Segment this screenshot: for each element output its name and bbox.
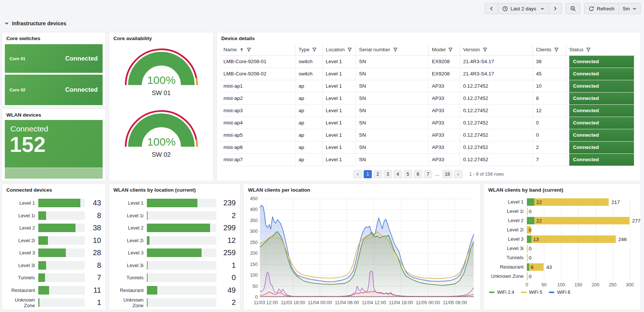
pagination-page-18[interactable]: 18 bbox=[442, 170, 452, 178]
table-cell: Level 1 bbox=[322, 153, 356, 166]
bar-label: Level 1 bbox=[113, 200, 147, 206]
pagination: ‹1234567…18›1 - 9 of 156 rows bbox=[220, 170, 637, 178]
bar-row-level-3i: Level 3i8 bbox=[6, 259, 101, 272]
bar-row-level-2i: Level 2i12 bbox=[113, 234, 236, 247]
filter-icon[interactable] bbox=[554, 47, 559, 52]
band-value-label: 0 bbox=[529, 227, 532, 233]
clock-icon bbox=[502, 6, 508, 12]
panel-title[interactable]: Core switches bbox=[2, 32, 106, 43]
column-header-location[interactable]: Location bbox=[322, 44, 356, 55]
status-cell: Connected bbox=[566, 117, 637, 129]
axis-tick-label: 150 bbox=[574, 282, 582, 287]
pagination-prev-button[interactable]: ‹ bbox=[354, 170, 362, 178]
svg-text:11/05 06:00: 11/05 06:00 bbox=[443, 300, 467, 305]
device-table: NameTypeLocationSerial numberModelVersio… bbox=[220, 44, 637, 166]
wlan-by-location-chart: Level 1239Level 1i2Level 2299Level 2i12L… bbox=[109, 195, 240, 311]
zoom-out-button[interactable] bbox=[566, 3, 580, 14]
gauge-label: SW 02 bbox=[152, 151, 171, 159]
availability-gauges: 100%SW 01100%SW 02 bbox=[109, 43, 213, 159]
column-header-serial-number[interactable]: Serial number bbox=[356, 44, 429, 55]
table-cell: Level 1 bbox=[322, 117, 356, 129]
table-cell: mist-ap7 bbox=[220, 153, 296, 166]
table-cell: AP33 bbox=[429, 153, 460, 166]
column-header-version[interactable]: Version bbox=[460, 44, 533, 55]
time-shift-back-button[interactable] bbox=[485, 3, 498, 14]
pagination-page-5[interactable]: 5 bbox=[404, 170, 412, 178]
band-label: Level 3i bbox=[488, 246, 527, 251]
status-badge: Connected bbox=[569, 129, 634, 141]
table-cell: 21.4R3-S4.17 bbox=[460, 68, 533, 80]
table-row: LMB-Core-9208-02switchLevel 1SNEX920821.… bbox=[220, 68, 637, 80]
table-cell: ap bbox=[296, 141, 323, 153]
panel-title[interactable]: Connected devices bbox=[2, 184, 106, 195]
bar-fill bbox=[38, 224, 75, 232]
refresh-button[interactable]: Refresh bbox=[584, 3, 619, 14]
panel-title[interactable]: WLAN clients by band (current) bbox=[484, 184, 641, 195]
table-cell: ap bbox=[296, 104, 323, 117]
filter-icon[interactable] bbox=[312, 47, 317, 52]
time-shift-forward-button[interactable] bbox=[548, 3, 562, 14]
band-label: Level 1 bbox=[488, 199, 527, 205]
pagination-page-6[interactable]: 6 bbox=[414, 170, 422, 178]
wlan-by-band-chart: Level 122217Level 1i0Level 222277Level 2… bbox=[484, 195, 641, 295]
panel-title[interactable]: WLAN clients per location bbox=[244, 184, 480, 195]
table-cell: AP33 bbox=[429, 129, 460, 141]
filter-icon[interactable] bbox=[483, 47, 487, 52]
table-cell: mist-ap5 bbox=[220, 129, 296, 141]
bar-value: 38 bbox=[85, 224, 101, 232]
panel-title[interactable]: WLAN devices bbox=[2, 109, 106, 120]
pagination-page-1[interactable]: 1 bbox=[364, 170, 372, 178]
pagination-next-button[interactable]: › bbox=[454, 170, 462, 178]
legend-item-wifi-5[interactable]: WiFi 5 bbox=[521, 290, 542, 295]
refresh-icon bbox=[589, 6, 594, 12]
panel-title[interactable]: Device details bbox=[217, 32, 641, 43]
column-header-status[interactable]: Status bbox=[566, 44, 637, 55]
refresh-interval-button[interactable]: 5m bbox=[618, 3, 641, 14]
legend-item-wifi-2-4[interactable]: WiFi 2.4 bbox=[489, 290, 514, 295]
pagination-page-4[interactable]: 4 bbox=[394, 170, 402, 178]
column-header-type[interactable]: Type bbox=[296, 44, 323, 55]
panel-title[interactable]: WLAN clients by location (current) bbox=[109, 184, 240, 195]
section-row-infrastructure-devices[interactable]: Infrastructure devices bbox=[4, 20, 66, 26]
column-label: Model bbox=[432, 47, 445, 52]
stat-value: 152 bbox=[5, 133, 103, 156]
table-cell: LMB-Core-9208-01 bbox=[220, 55, 296, 68]
filter-icon[interactable] bbox=[247, 47, 251, 52]
filter-icon[interactable] bbox=[586, 47, 591, 52]
legend-item-wifi-6[interactable]: WiFi 6 bbox=[549, 290, 570, 295]
svg-text:50: 50 bbox=[252, 284, 258, 289]
table-cell: 2 bbox=[533, 141, 566, 153]
svg-text:200: 200 bbox=[250, 251, 258, 256]
bar-fill bbox=[147, 199, 197, 207]
gauge-sw-2: 100%SW 02 bbox=[124, 108, 199, 159]
pagination-page-7[interactable]: 7 bbox=[424, 170, 432, 178]
table-cell: mist-ap2 bbox=[220, 92, 296, 104]
bar-value: 43 bbox=[85, 199, 101, 207]
column-header-clients[interactable]: Clients bbox=[533, 44, 566, 55]
table-cell: 10 bbox=[533, 80, 566, 92]
band-row-level-1i: Level 1i0 bbox=[488, 207, 636, 216]
filter-icon[interactable] bbox=[393, 47, 398, 52]
band-value-label: 22 bbox=[536, 199, 542, 205]
time-range-picker-button[interactable]: Last 2 days bbox=[498, 3, 549, 14]
filter-icon[interactable] bbox=[347, 47, 352, 52]
bar-label: Restaurant bbox=[6, 287, 38, 293]
table-cell: SN bbox=[356, 92, 429, 104]
table-cell: Level 1 bbox=[322, 68, 356, 80]
pagination-page-3[interactable]: 3 bbox=[384, 170, 392, 178]
bar-fill bbox=[38, 248, 66, 257]
band-value-label: 0 bbox=[529, 273, 532, 279]
column-header-name[interactable]: Name bbox=[220, 44, 296, 55]
filter-icon[interactable] bbox=[448, 47, 453, 52]
bar-value: 299 bbox=[216, 224, 236, 232]
band-label: Level 1i bbox=[488, 208, 527, 214]
pagination-page-2[interactable]: 2 bbox=[374, 170, 382, 178]
bar-fill bbox=[147, 211, 148, 220]
bar-track bbox=[147, 236, 216, 245]
panel-title[interactable]: Core availability bbox=[109, 32, 213, 43]
table-cell: AP33 bbox=[429, 117, 460, 129]
table-cell: Level 1 bbox=[322, 129, 356, 141]
column-header-model[interactable]: Model bbox=[429, 44, 460, 55]
chevron-right-icon bbox=[553, 6, 557, 11]
table-cell: SN bbox=[356, 141, 429, 153]
